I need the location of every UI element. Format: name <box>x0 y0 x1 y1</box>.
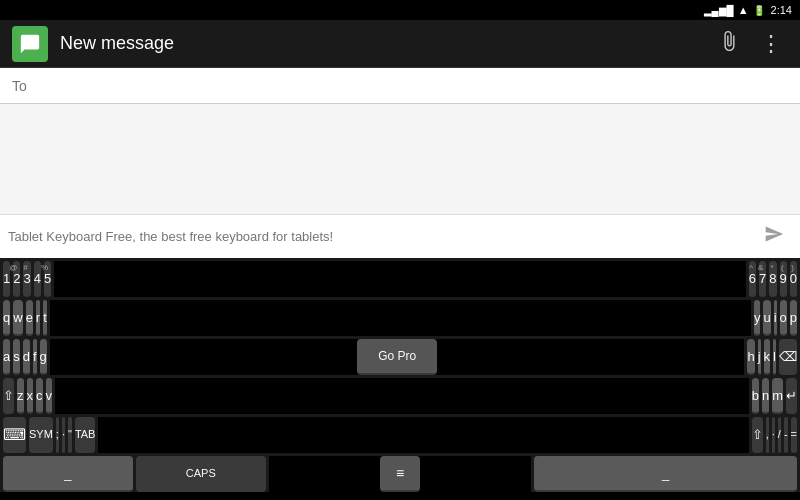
key-c[interactable]: c <box>36 378 43 414</box>
key-y[interactable]: y <box>754 300 761 336</box>
key-i[interactable]: i <box>774 300 777 336</box>
bottom-input-bar <box>0 214 800 258</box>
key-j[interactable]: j <box>758 339 761 375</box>
kb-zxcv-left: ⇧ z x c v <box>3 378 52 414</box>
key-shift-right[interactable]: ⇧ <box>752 417 763 453</box>
key-5[interactable]: %5 <box>44 261 51 297</box>
message-area <box>0 68 800 214</box>
key-f[interactable]: f <box>33 339 37 375</box>
key-z[interactable]: z <box>17 378 24 414</box>
keyboard-row-qwerty: q w e r t y u i o p <box>3 300 797 336</box>
time-display: 2:14 <box>771 4 792 16</box>
key-quote[interactable]: " <box>68 417 72 453</box>
key-sym[interactable]: SYM <box>29 417 53 453</box>
key-semicolon[interactable]: ; <box>56 417 59 453</box>
key-4[interactable]: 4 <box>34 261 41 297</box>
key-x[interactable]: x <box>27 378 34 414</box>
key-space-right[interactable]: _ <box>534 456 797 492</box>
app-title: New message <box>60 33 712 54</box>
key-o[interactable]: o <box>780 300 787 336</box>
status-bar: ▂▄▆█ ▲ 🔋 2:14 <box>0 0 800 20</box>
kb-qwerty-right: y u i o p <box>754 300 797 336</box>
key-settings[interactable]: ≡ <box>380 456 420 492</box>
key-enter[interactable]: ↵ <box>786 378 797 414</box>
kb-asdf-left: a s d f g <box>3 339 47 375</box>
kb-space-right: _ <box>534 456 797 492</box>
signal-icon: ▂▄▆█ <box>704 5 734 16</box>
key-8[interactable]: *8 <box>769 261 776 297</box>
key-0[interactable]: )0 <box>790 261 797 297</box>
key-d[interactable]: d <box>23 339 30 375</box>
key-a[interactable]: a <box>3 339 10 375</box>
key-t[interactable]: t <box>43 300 47 336</box>
to-field[interactable] <box>0 68 800 104</box>
app-icon <box>12 26 48 62</box>
attach-icon <box>718 30 740 52</box>
attach-button[interactable] <box>712 24 746 63</box>
to-input[interactable] <box>12 78 788 94</box>
key-slash[interactable]: / <box>778 417 781 453</box>
key-k[interactable]: k <box>764 339 771 375</box>
kb-numbers-left: 1 @2 #3 4 %5 <box>3 261 51 297</box>
key-dot[interactable]: · <box>62 417 65 453</box>
message-input[interactable] <box>8 229 756 244</box>
kb-space-left: _ CAPS <box>3 456 266 492</box>
battery-icon: 🔋 <box>753 5 765 16</box>
key-shift-left[interactable]: ⇧ <box>3 378 14 414</box>
keyboard-container: 1 @2 #3 4 %5 ^6 &7 *8 (9 )0 q w e r t y … <box>0 258 800 492</box>
key-s[interactable]: s <box>13 339 20 375</box>
kb-special-right: ⇧ , · / - = <box>752 417 797 453</box>
key-v[interactable]: v <box>46 378 53 414</box>
key-equals[interactable]: = <box>791 417 797 453</box>
kb-numbers-right: ^6 &7 *8 (9 )0 <box>749 261 797 297</box>
key-space-left[interactable]: _ <box>3 456 133 492</box>
keyboard-row-zxcv: ⇧ z x c v b n m ↵ <box>3 378 797 414</box>
key-g[interactable]: g <box>40 339 47 375</box>
keyboard-row-asdf: a s d f g Go Pro h j k l ⌫ <box>3 339 797 375</box>
key-minus[interactable]: - <box>784 417 788 453</box>
send-icon <box>764 224 784 244</box>
kb-zxcv-right: b n m ↵ <box>752 378 797 414</box>
more-button[interactable]: ⋮ <box>754 25 788 63</box>
send-button[interactable] <box>756 220 792 253</box>
app-bar: New message ⋮ <box>0 20 800 68</box>
kb-qwerty-left: q w e r t <box>3 300 47 336</box>
key-tab[interactable]: TAB <box>75 417 96 453</box>
go-pro-button[interactable]: Go Pro <box>357 339 437 375</box>
app-bar-actions: ⋮ <box>712 24 788 63</box>
key-p[interactable]: p <box>790 300 797 336</box>
key-caps[interactable]: CAPS <box>136 456 266 492</box>
key-2[interactable]: @2 <box>13 261 20 297</box>
kb-special-left: ⌨ SYM ; · " TAB <box>3 417 95 453</box>
status-icons: ▂▄▆█ ▲ 🔋 2:14 <box>704 4 792 16</box>
key-6[interactable]: ^6 <box>749 261 756 297</box>
kb-asdf-right: h j k l ⌫ <box>747 339 797 375</box>
message-icon <box>19 33 41 55</box>
key-7[interactable]: &7 <box>759 261 766 297</box>
key-r[interactable]: r <box>36 300 40 336</box>
key-n[interactable]: n <box>762 378 769 414</box>
key-backspace[interactable]: ⌫ <box>779 339 797 375</box>
keyboard-row-numbers: 1 @2 #3 4 %5 ^6 &7 *8 (9 )0 <box>3 261 797 297</box>
key-w[interactable]: w <box>13 300 22 336</box>
wifi-icon: ▲ <box>738 4 749 16</box>
key-h[interactable]: h <box>747 339 754 375</box>
key-b[interactable]: b <box>752 378 759 414</box>
key-3[interactable]: #3 <box>23 261 30 297</box>
key-q[interactable]: q <box>3 300 10 336</box>
key-comma[interactable]: , <box>766 417 769 453</box>
compose-area[interactable] <box>0 104 800 214</box>
key-dot2[interactable]: · <box>772 417 775 453</box>
key-9[interactable]: (9 <box>780 261 787 297</box>
nav-bar: ▽ ⌂ □ <box>0 492 800 500</box>
key-m[interactable]: m <box>772 378 783 414</box>
key-l[interactable]: l <box>773 339 776 375</box>
key-e[interactable]: e <box>26 300 33 336</box>
keyboard-row-space: _ CAPS ≡ _ <box>3 456 797 492</box>
key-keyboard[interactable]: ⌨ <box>3 417 26 453</box>
keyboard-row-special: ⌨ SYM ; · " TAB ⇧ , · / - = <box>3 417 797 453</box>
key-u[interactable]: u <box>763 300 770 336</box>
